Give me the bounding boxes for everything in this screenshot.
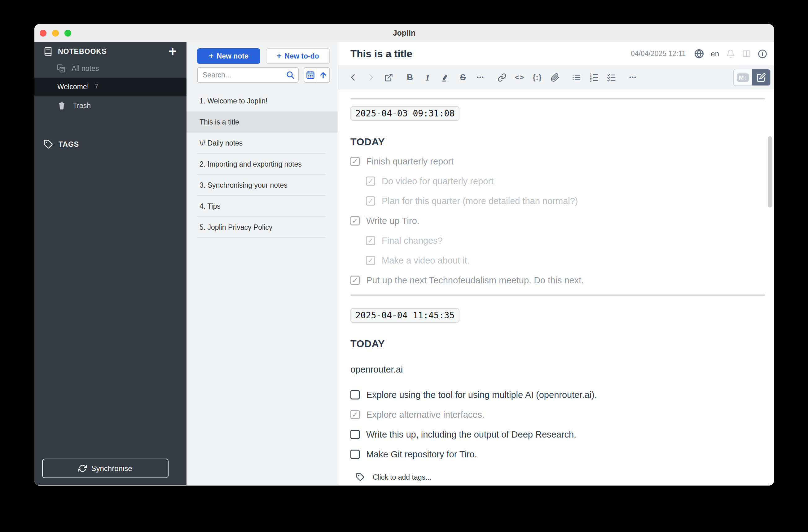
text-format-more-button[interactable]: •••	[476, 71, 485, 83]
editor-scrollbar-thumb[interactable]	[768, 136, 772, 208]
search-input[interactable]	[197, 67, 299, 83]
list-more-button[interactable]: •••	[628, 71, 638, 83]
todo-item[interactable]: ✓Final changes?	[350, 234, 765, 247]
todo-item[interactable]: ✓Make a video about it.	[350, 254, 765, 267]
back-button[interactable]	[348, 71, 358, 83]
tags-header[interactable]: TAGS	[34, 136, 186, 153]
checkbox-checked[interactable]: ✓	[366, 256, 375, 265]
checkbox-checked[interactable]: ✓	[350, 157, 360, 166]
inline-code-button[interactable]: <>	[515, 71, 525, 83]
new-note-label: New note	[217, 52, 249, 60]
rich-text-editor[interactable]: 2025-04-03 09:31:08 TODAY ✓Finish quarte…	[338, 90, 774, 485]
sync-icon	[78, 464, 87, 473]
synchronise-label: Synchronise	[91, 464, 132, 473]
note-list: 1. Welcome to Joplin! This is a title \#…	[186, 91, 338, 238]
bold-button[interactable]: B	[405, 71, 415, 83]
checkbox-unchecked[interactable]	[350, 430, 360, 439]
tags-header-label: TAGS	[58, 140, 79, 149]
note-list-item[interactable]: 1. Welcome to Joplin!	[186, 91, 338, 112]
new-todo-label: New to-do	[285, 52, 319, 60]
note-list-item[interactable]: 5. Joplin Privacy Policy	[186, 217, 338, 238]
section-heading: TODAY	[350, 338, 765, 349]
sidebar: NOTEBOOKS + All notes Welcome! 7 Trash	[34, 42, 186, 485]
todo-item[interactable]: ✓Finish quarterly report	[350, 155, 765, 168]
note-list-item[interactable]: \# Daily notes	[186, 133, 338, 154]
highlight-button[interactable]	[440, 71, 450, 83]
titlebar: Joplin	[34, 24, 774, 42]
checkbox-list-button[interactable]	[607, 71, 617, 83]
note-list-item[interactable]: 2. Importing and exporting notes	[186, 154, 338, 175]
todo-item[interactable]: ✓Do video for quarterly report	[350, 175, 765, 187]
sidebar-item-notebook-welcome[interactable]: Welcome! 7	[34, 78, 186, 96]
note-list-item-selected[interactable]: This is a title	[186, 112, 338, 133]
sidebar-item-all-notes[interactable]: All notes	[34, 60, 186, 77]
tag-bar[interactable]: Click to add tags...	[338, 469, 774, 485]
todo-item[interactable]: Make Git repository for Tiro.	[350, 448, 765, 460]
notebook-note-count: 7	[94, 83, 98, 91]
plus-icon: +	[209, 52, 214, 60]
todo-item[interactable]: ✓Plan for this quarter (more detailed th…	[350, 195, 765, 207]
checkbox-checked[interactable]: ✓	[350, 276, 360, 285]
markdown-editor-toggle[interactable]: M↓	[734, 69, 752, 86]
numbered-list-button[interactable]: 123	[589, 71, 599, 83]
tag-icon	[356, 473, 365, 481]
checkbox-checked[interactable]: ✓	[350, 410, 360, 419]
todo-item[interactable]: Explore using the tool for using multipl…	[350, 388, 765, 401]
new-todo-button[interactable]: + New to-do	[266, 48, 330, 64]
forward-button[interactable]	[366, 71, 376, 83]
joplin-window: Joplin NOTEBOOKS + All notes Welcome! 7	[34, 24, 774, 486]
note-updated-time: 04/04/2025 12:11	[631, 50, 686, 58]
info-icon[interactable]	[758, 49, 767, 58]
editor-panel: This is a title 04/04/2025 12:11 en	[338, 42, 774, 485]
svg-text:3: 3	[590, 79, 592, 82]
note-title-input[interactable]: This is a title	[350, 48, 412, 60]
plus-icon: +	[277, 52, 282, 60]
richtext-editor-toggle[interactable]	[752, 69, 770, 86]
strikethrough-button[interactable]: S	[458, 71, 468, 83]
checkbox-checked[interactable]: ✓	[366, 196, 375, 206]
link-button[interactable]	[497, 71, 507, 83]
timestamp-code: 2025-04-04 11:45:35	[350, 308, 459, 323]
markdown-icon: M↓	[737, 73, 749, 82]
checkbox-checked[interactable]: ✓	[350, 216, 360, 225]
spellcheck-language-label[interactable]: en	[711, 50, 719, 58]
note-list-item[interactable]: 3. Synchronising your notes	[186, 175, 338, 196]
paragraph: openrouter.ai	[350, 363, 765, 376]
notebook-label: Welcome!	[57, 83, 89, 91]
sort-order-button[interactable]	[317, 68, 330, 82]
note-list-panel: + New note + New to-do	[186, 42, 338, 485]
checkbox-unchecked[interactable]	[350, 450, 360, 459]
todo-item[interactable]: Write this up, including the output of D…	[350, 428, 765, 441]
note-properties-panel-icon[interactable]	[742, 49, 751, 58]
todo-item[interactable]: ✓Write up Tiro.	[350, 214, 765, 227]
all-notes-label: All notes	[72, 64, 99, 73]
window-title: Joplin	[34, 28, 774, 37]
editor-header: This is a title 04/04/2025 12:11 en	[338, 42, 774, 65]
italic-button[interactable]: I	[423, 71, 433, 83]
notebooks-header[interactable]: NOTEBOOKS +	[34, 43, 186, 60]
todo-item[interactable]: ✓Explore alternative interfaces.	[350, 408, 765, 421]
timestamp-code: 2025-04-03 09:31:08	[350, 106, 459, 121]
new-notebook-button[interactable]: +	[168, 44, 177, 58]
edit-pencil-icon	[757, 73, 766, 82]
new-note-button[interactable]: + New note	[197, 48, 260, 64]
sidebar-item-trash[interactable]: Trash	[34, 97, 186, 114]
checkbox-unchecked[interactable]	[350, 390, 360, 399]
checkbox-checked[interactable]: ✓	[366, 176, 375, 186]
book-icon	[43, 47, 53, 56]
add-tags-label: Click to add tags...	[373, 473, 431, 481]
note-list-item[interactable]: 4. Tips	[186, 196, 338, 217]
external-edit-icon[interactable]	[384, 71, 393, 83]
synchronise-button[interactable]: Synchronise	[42, 459, 168, 478]
todo-item[interactable]: ✓Put up the next Technofeudalism meetup.…	[350, 274, 765, 286]
code-block-button[interactable]: {:}	[532, 71, 542, 83]
editor-mode-toggle: M↓	[733, 69, 771, 86]
checkbox-checked[interactable]: ✓	[366, 236, 375, 245]
alarm-bell-icon[interactable]	[726, 49, 735, 58]
sort-date-button[interactable]	[304, 68, 317, 82]
trash-label: Trash	[73, 101, 91, 110]
globe-icon[interactable]	[694, 49, 704, 58]
bulleted-list-button[interactable]	[571, 71, 581, 83]
search-icon	[286, 70, 295, 80]
attach-file-button[interactable]	[550, 71, 560, 83]
